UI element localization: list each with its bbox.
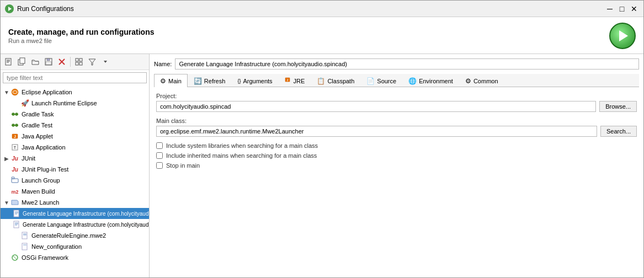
svg-rect-12 (76, 58, 78, 61)
title-bar: Run Configurations ─ □ ✕ (1, 1, 643, 17)
tree-item[interactable]: ▼ Eclipse Application (1, 87, 149, 98)
tree-item-label: Gradle Task (22, 111, 54, 117)
refresh-tab-icon: 🔄 (194, 77, 202, 85)
collapse-all-button[interactable] (73, 56, 85, 68)
tree-item[interactable]: 🚀 Launch Runtime Eclipse (1, 98, 149, 109)
open-button[interactable] (29, 56, 41, 68)
delete-button[interactable] (56, 56, 68, 68)
main-tab-icon: ⚙ (160, 77, 166, 85)
svg-rect-47 (22, 243, 27, 250)
include-inherited-label: Include inherited mains when searching f… (166, 152, 317, 159)
main-class-search-button[interactable]: Search... (600, 126, 637, 137)
tree-item[interactable]: Gradle Test (1, 120, 149, 131)
run-button[interactable] (609, 23, 636, 49)
tab-source-label: Source (377, 78, 396, 84)
tab-refresh-label: Refresh (204, 78, 226, 84)
new-config-icon (20, 242, 29, 251)
tree-item[interactable]: Ju JUnit Plug-in Test (1, 164, 149, 175)
stop-in-main-checkbox[interactable] (156, 162, 163, 169)
svg-rect-13 (79, 58, 82, 61)
duplicate-button[interactable] (16, 56, 28, 68)
tab-arguments[interactable]: {} Arguments (231, 74, 278, 87)
tab-common-label: Common (473, 78, 498, 84)
header-section: Create, manage, and run configurations R… (1, 17, 643, 54)
svg-point-21 (12, 113, 15, 116)
window-title: Run Configurations (17, 5, 74, 13)
main-class-label: Main class: (156, 117, 637, 124)
tree-item[interactable]: Generate Language Infrastructure (com.ho… (1, 219, 149, 230)
main-tab-content: Project: Browse... Main class: Search... (154, 93, 639, 172)
environment-tab-icon: 🌐 (408, 77, 417, 85)
tree-item-label: GenerateRuleEngine.mwe2 (31, 232, 106, 239)
tree-item[interactable]: J Java Applet (1, 131, 149, 142)
project-input[interactable] (156, 101, 596, 112)
gen-lang-infra-icon (13, 209, 20, 218)
tab-jre[interactable]: J JRE (279, 74, 311, 87)
minimize-button[interactable]: ─ (605, 4, 615, 14)
main-class-input[interactable] (156, 126, 597, 137)
svg-point-24 (12, 124, 15, 127)
tree-item-label: JUnit (22, 155, 35, 162)
gradle-test-icon (10, 121, 19, 130)
svg-marker-16 (89, 59, 95, 65)
launch-group-icon (10, 176, 19, 185)
tab-source[interactable]: 📄 Source (360, 74, 402, 87)
source-tab-icon: 📄 (366, 77, 375, 85)
new-config-button[interactable] (3, 56, 15, 68)
svg-line-50 (13, 256, 17, 259)
filter-input[interactable] (3, 72, 147, 83)
tab-environment[interactable]: 🌐 Environment (402, 74, 459, 87)
save-button[interactable] (42, 56, 55, 68)
project-browse-button[interactable]: Browse... (599, 101, 637, 112)
svg-rect-6 (20, 58, 25, 63)
tab-arguments-label: Arguments (243, 78, 272, 84)
tree-item[interactable]: New_configuration (1, 241, 149, 252)
name-input[interactable] (175, 58, 639, 70)
tab-classpath[interactable]: 📋 Classpath (311, 74, 360, 87)
junit-icon: Ju (10, 154, 19, 163)
tree-item[interactable]: OSGi Framework (1, 252, 149, 263)
svg-rect-40 (14, 221, 19, 228)
svg-rect-33 (12, 177, 14, 179)
include-inherited-checkbox[interactable] (156, 152, 163, 159)
tree-item[interactable]: Gradle Task (1, 109, 149, 120)
common-tab-icon: ⚙ (465, 77, 471, 85)
header-title: Create, manage, and run configurations (8, 28, 155, 36)
jre-tab-icon: J (285, 77, 291, 85)
checkbox-include-system-libs: Include system libraries when searching … (156, 142, 637, 149)
tree-item[interactable]: m2 Maven Build (1, 186, 149, 197)
tab-classpath-label: Classpath (327, 78, 354, 84)
header-text: Create, manage, and run configurations R… (8, 28, 155, 44)
filter-button[interactable] (86, 56, 98, 68)
tab-refresh[interactable]: 🔄 Refresh (188, 74, 232, 87)
tree-item-label: New_configuration (31, 243, 82, 250)
tree-item-label: Generate Language Infrastructure (com.ho… (23, 211, 149, 217)
java-applet-icon: J (10, 132, 19, 141)
toolbar-separator (70, 57, 71, 67)
tab-common[interactable]: ⚙ Common (459, 74, 504, 87)
expand-icon: ▼ (3, 89, 10, 95)
gen-lang-infra-menu-icon (13, 220, 20, 229)
tree-item[interactable]: Launch Group (1, 175, 149, 186)
svg-marker-35 (12, 200, 18, 205)
maximize-button[interactable]: □ (617, 4, 627, 14)
mwe2-launch-icon (10, 198, 19, 207)
svg-point-22 (15, 113, 18, 116)
tabs-bar: ⚙ Main 🔄 Refresh {} Arguments J (154, 74, 639, 87)
tab-main[interactable]: ⚙ Main (154, 74, 188, 87)
include-system-libs-checkbox[interactable] (156, 142, 163, 149)
svg-text:m2: m2 (11, 189, 18, 195)
tree-item[interactable]: T Java Application (1, 142, 149, 153)
gradle-task-icon (10, 110, 19, 119)
close-button[interactable]: ✕ (629, 4, 639, 14)
tree-item[interactable]: ▶ Ju JUnit (1, 153, 149, 164)
svg-rect-14 (76, 62, 78, 65)
svg-marker-0 (8, 7, 12, 11)
main-class-field-group: Main class: Search... (156, 117, 637, 137)
tree-item[interactable]: GenerateRuleEngine.mwe2 (1, 230, 149, 241)
tree-item[interactable]: ▼ Mwe2 Launch (1, 197, 149, 208)
tree-item-selected[interactable]: Generate Language Infrastructure (com.ho… (1, 208, 149, 219)
stop-in-main-label: Stop in main (166, 162, 200, 169)
tab-environment-label: Environment (419, 78, 453, 84)
filter-dropdown-button[interactable] (99, 56, 111, 68)
